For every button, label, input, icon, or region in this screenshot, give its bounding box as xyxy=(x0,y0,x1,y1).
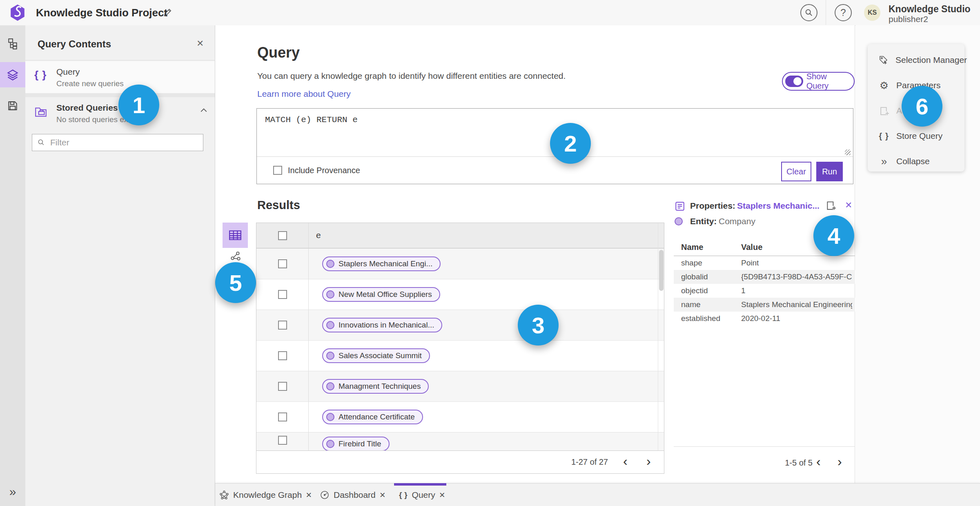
tab-knowledge-graph[interactable]: Knowledge Graph × xyxy=(219,484,312,506)
row-checkbox[interactable] xyxy=(278,436,287,445)
link-chart-view-button[interactable] xyxy=(230,251,241,262)
scrollbar-thumb[interactable] xyxy=(659,250,664,291)
entity-dot-icon xyxy=(326,260,334,268)
annotation-callout-6: 6 xyxy=(902,86,942,127)
include-provenance-checkbox[interactable] xyxy=(273,166,282,175)
collapse-chevron-up-icon[interactable] xyxy=(200,108,207,113)
clear-button[interactable]: Clear xyxy=(781,162,811,181)
entity-pill[interactable]: Sales Associate Summit xyxy=(322,348,430,363)
properties-pagination-text: 1-5 of 5 xyxy=(749,458,813,468)
entity-dot-icon xyxy=(326,382,334,390)
row-checkbox[interactable] xyxy=(278,290,287,299)
edit-title-pencil-icon[interactable] xyxy=(163,8,172,18)
toggle-label: Show Query xyxy=(806,72,849,91)
close-panel-icon[interactable]: × xyxy=(197,37,203,50)
left-icon-rail: » xyxy=(0,25,25,506)
tab-dashboard[interactable]: Dashboard × xyxy=(320,484,385,506)
user-name: Knowledge Studio xyxy=(889,4,971,14)
save-icon xyxy=(7,100,18,111)
user-username: publisher2 xyxy=(889,14,971,24)
braces-icon: { } xyxy=(399,490,408,499)
rail-item-save[interactable] xyxy=(0,93,25,118)
question-icon: ? xyxy=(840,7,846,18)
menu-item-store-query[interactable]: { } Store Query xyxy=(868,127,964,145)
double-chevron-right-icon: » xyxy=(9,485,16,498)
expand-rail-button[interactable]: » xyxy=(0,485,25,499)
table-row: Attendance Certificate xyxy=(256,401,664,432)
previous-page-icon[interactable]: ‹ xyxy=(623,455,628,468)
filter-input[interactable] xyxy=(49,137,198,148)
query-editor[interactable]: MATCH (e) RETURN e xyxy=(265,115,358,125)
annotation-callout-1: 1 xyxy=(118,85,159,125)
tab-query[interactable]: { } Query × xyxy=(399,484,445,506)
link-chart-icon xyxy=(230,251,241,262)
panel-title: Query Contents xyxy=(38,38,111,50)
annotation-callout-5: 5 xyxy=(215,262,256,303)
selection-manager-icon xyxy=(878,55,889,65)
table-row: New Metal Office Suppliers xyxy=(256,279,664,310)
row-checkbox[interactable] xyxy=(278,321,287,330)
table-view-button[interactable] xyxy=(223,223,248,248)
provenance-row: Include Provenance xyxy=(257,157,853,184)
next-page-icon[interactable]: › xyxy=(646,455,651,468)
avatar[interactable]: KS xyxy=(864,4,880,21)
add-to-map-icon[interactable] xyxy=(826,200,836,211)
rail-item-schema[interactable] xyxy=(0,31,25,56)
close-tab-icon[interactable]: × xyxy=(306,490,312,500)
entity-pill[interactable]: Innovations in Mechanical... xyxy=(322,318,442,332)
row-checkbox[interactable] xyxy=(278,382,287,391)
resize-grip-icon[interactable] xyxy=(845,149,851,155)
entity-dot-icon xyxy=(675,217,683,225)
property-row: name Staplers Mechanical Engineering xyxy=(674,298,855,312)
properties-entity-link[interactable]: Staplers Mechanic... xyxy=(737,201,820,211)
query-description: You can query a knowledge graph to ident… xyxy=(257,71,566,81)
entity-pill[interactable]: Attendance Certificate xyxy=(322,410,423,424)
app-logo-icon[interactable] xyxy=(9,4,26,21)
bottom-tab-bar: Knowledge Graph × Dashboard × { } Query … xyxy=(215,483,980,506)
close-properties-icon[interactable]: × xyxy=(845,198,852,212)
entity-type: Company xyxy=(719,216,755,226)
entity-pill[interactable]: Staplers Mechanical Engi... xyxy=(322,256,441,271)
next-page-icon[interactable]: › xyxy=(837,455,842,468)
item-title: Stored Queries xyxy=(56,103,118,113)
show-query-toggle[interactable]: Show Query xyxy=(782,72,855,91)
close-tab-icon[interactable]: × xyxy=(380,490,385,500)
entity-pill[interactable]: Firebird Title xyxy=(322,437,390,450)
row-checkbox[interactable] xyxy=(278,351,287,360)
entity-dot-icon xyxy=(326,413,334,421)
results-table: e Staplers Mechanical Engi... New Metal … xyxy=(256,223,664,474)
annotation-callout-3: 3 xyxy=(518,305,559,346)
menu-item-selection-manager[interactable]: Selection Manager xyxy=(868,51,964,69)
search-button[interactable] xyxy=(800,4,817,21)
close-tab-icon[interactable]: × xyxy=(439,490,445,500)
row-checkbox[interactable] xyxy=(278,259,287,268)
braces-icon: { } xyxy=(34,69,47,81)
search-icon xyxy=(804,8,813,17)
row-checkbox[interactable] xyxy=(278,412,287,421)
knowledge-graph-icon xyxy=(219,490,229,500)
select-all-checkbox[interactable] xyxy=(278,231,287,240)
rail-item-query-contents[interactable] xyxy=(0,62,25,87)
help-button[interactable]: ? xyxy=(835,4,852,21)
learn-more-link[interactable]: Learn more about Query xyxy=(257,89,351,99)
header-divider xyxy=(826,0,826,25)
gear-icon: ⚙ xyxy=(878,80,890,91)
column-header-value: Value xyxy=(741,243,762,252)
toggle-switch-icon xyxy=(785,76,803,87)
run-button[interactable]: Run xyxy=(816,162,843,181)
column-header-name: Name xyxy=(681,243,703,252)
braces-icon: { } xyxy=(878,132,890,141)
previous-page-icon[interactable]: ‹ xyxy=(816,455,821,468)
results-pagination: 1-27 of 27 ‹ › xyxy=(256,450,664,473)
user-info: Knowledge Studio publisher2 xyxy=(889,4,971,25)
entity-pill[interactable]: New Metal Office Suppliers xyxy=(322,287,440,302)
entity-pill[interactable]: Managment Techniques xyxy=(322,379,429,394)
property-row: shape Point xyxy=(674,256,855,270)
schema-icon xyxy=(7,38,18,49)
pagination-text: 1-27 of 27 xyxy=(571,457,608,467)
menu-item-collapse[interactable]: » Collapse xyxy=(868,152,964,171)
table-row: Staplers Mechanical Engi... xyxy=(256,248,664,279)
annotation-callout-4: 4 xyxy=(813,215,854,256)
scrollbar-track xyxy=(658,223,658,450)
sidebar-item-query[interactable]: { } Query Create new queries xyxy=(25,61,215,93)
